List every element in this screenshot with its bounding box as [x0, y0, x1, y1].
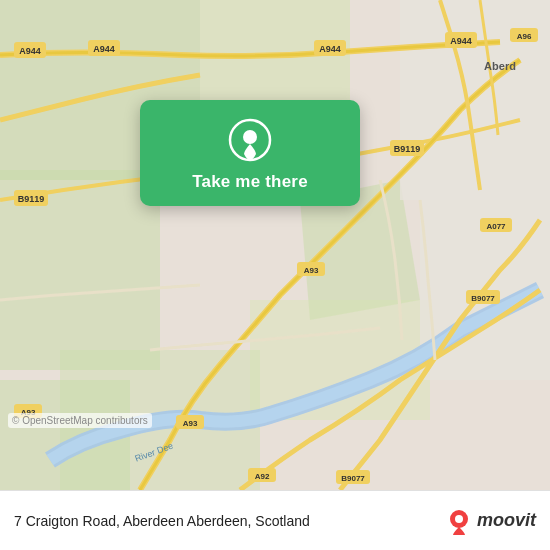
- take-me-there-label: Take me there: [192, 172, 308, 192]
- svg-point-43: [455, 515, 463, 523]
- moovit-brand-text: moovit: [477, 510, 536, 531]
- svg-text:B9119: B9119: [18, 194, 45, 204]
- svg-text:A944: A944: [450, 36, 472, 46]
- svg-text:A96: A96: [517, 32, 532, 41]
- moovit-logo: moovit: [445, 507, 536, 535]
- svg-text:A92: A92: [255, 472, 270, 481]
- map-attribution: © OpenStreetMap contributors: [8, 413, 152, 428]
- location-pin-icon: [228, 118, 272, 162]
- svg-point-41: [243, 130, 257, 144]
- map-container: A944 A944 A944 A944 B9119 B9119 A96 A93 …: [0, 0, 550, 490]
- svg-text:A944: A944: [19, 46, 41, 56]
- address-text: 7 Craigton Road, Aberdeen Aberdeen, Scot…: [14, 513, 435, 529]
- svg-text:A944: A944: [319, 44, 341, 54]
- svg-text:B9077: B9077: [341, 474, 365, 483]
- svg-text:A93: A93: [304, 266, 319, 275]
- take-me-there-popup[interactable]: Take me there: [140, 100, 360, 206]
- svg-text:B9077: B9077: [471, 294, 495, 303]
- bottom-bar: 7 Craigton Road, Aberdeen Aberdeen, Scot…: [0, 490, 550, 550]
- svg-text:B9119: B9119: [394, 144, 421, 154]
- svg-text:A944: A944: [93, 44, 115, 54]
- moovit-pin-icon: [445, 507, 473, 535]
- svg-text:A93: A93: [183, 419, 198, 428]
- svg-text:A077: A077: [486, 222, 506, 231]
- svg-text:Aberd: Aberd: [484, 60, 516, 72]
